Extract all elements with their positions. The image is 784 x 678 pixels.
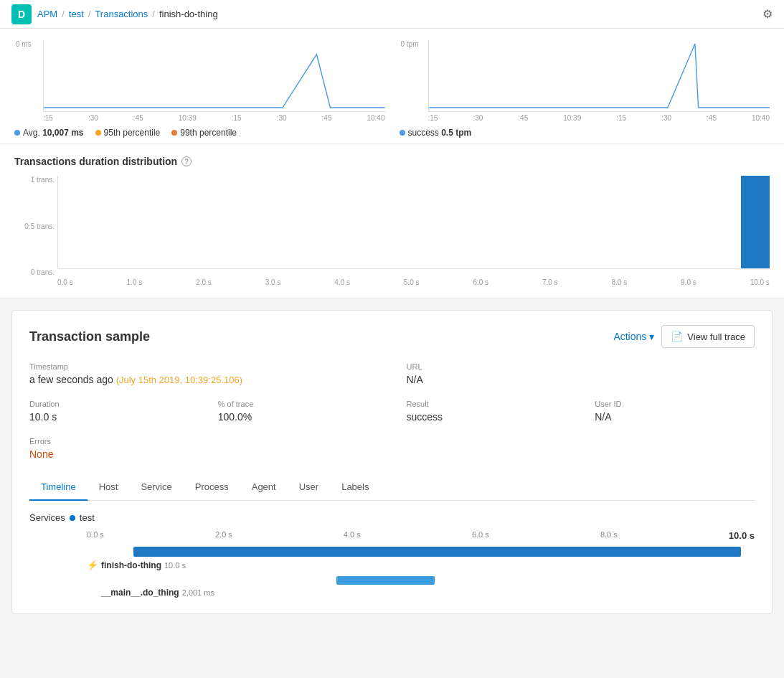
tab-process[interactable]: Process [184,474,240,501]
service-dot [70,515,75,521]
sep2: / [88,9,91,19]
trace-pct-field: % of trace 100.0% [218,400,378,423]
url-field: URL N/A [407,362,755,385]
info-icon[interactable]: ? [181,156,192,166]
span-bar-1 [133,547,741,557]
apm-link[interactable]: APM [37,9,57,19]
timeline-scale: 0.0 s 2.0 s 4.0 s 6.0 s 8.0 s 10.0 s [29,530,755,541]
tab-service[interactable]: Service [129,474,183,501]
legend-95th: 95th percentile [95,128,161,138]
left-chart-y-label: 0 ms [16,40,32,48]
url-label: URL [407,362,755,371]
sample-header: Transaction sample Actions ▾ 📄 View full… [29,325,755,348]
sep3: / [152,9,155,19]
timestamp-detail: (July 15th 2019, 10:39:25.106) [116,375,242,385]
span-name-1: finish-do-thing [101,560,161,570]
services-label: Services [29,512,65,523]
legend-success: success 0.5 tpm [400,128,472,138]
current-page: finish-do-thing [159,9,218,19]
tab-user[interactable]: User [288,474,330,501]
response-time-chart: 0 ms :15 :30 :45 10:39 :15 :30 :45 10:40 [14,40,385,138]
span-bar-2 [336,576,435,585]
bar-chart-y-labels: 1 trans. 0.5 trans. 0 trans. [16,176,55,276]
timestamp-ago: a few seconds ago [29,374,113,385]
span-name-2: __main__.do_thing [101,588,179,598]
span-duration-1: 10.0 s [164,561,186,570]
span-row-2: __main__.do_thing 2,001 ms [29,575,755,599]
throughput-svg [429,40,770,111]
trace-pct-value: 100.0% [218,411,378,423]
success-dot [400,130,405,136]
view-trace-button[interactable]: 📄 View full trace [661,325,755,348]
bar-chart-x-labels: 0.0 s 1.0 s 2.0 s 3.0 s 4.0 s 5.0 s 6.0 … [57,278,770,286]
topbar: D APM / test / Transactions / finish-do-… [0,0,784,29]
right-chart-legend: success 0.5 tpm [400,128,770,138]
errors-value: None [29,448,755,460]
sep1: / [62,9,65,19]
tab-labels[interactable]: Labels [330,474,380,501]
avg-dot [14,130,20,136]
errors-label: Errors [29,437,755,446]
duration-field: Duration 10.0 s [29,400,189,423]
charts-area: 0 ms :15 :30 :45 10:39 :15 :30 :45 10:40 [0,29,784,144]
p95-dot [95,130,101,136]
duration-label: Duration [29,400,189,408]
span-row-1: ⚡ finish-do-thing 10.0 s [29,545,755,572]
distribution-section: Transactions duration distribution ? 1 t… [0,144,784,298]
fields-row-1: Timestamp a few seconds ago (July 15th 2… [29,362,755,385]
span-duration-2: 2,001 ms [182,588,214,597]
sample-actions: Actions ▾ 📄 View full trace [613,325,755,348]
right-chart-y-label: 0 tpm [401,40,419,48]
actions-label: Actions [613,331,646,342]
test-link[interactable]: test [69,9,84,19]
left-chart-legend: Avg. 10,007 ms 95th percentile 99th perc… [14,128,385,138]
breadcrumb: APM / test / Transactions / finish-do-th… [37,9,218,19]
throughput-chart: 0 tpm :15 :30 :45 10:39 :15 :30 :45 10:4… [400,40,770,138]
fields-row-errors: Errors None [29,437,755,460]
span-icon-1: ⚡ [87,560,98,570]
legend-99th: 99th percentile [171,128,237,138]
tab-host[interactable]: Host [88,474,130,501]
right-chart-x-labels: :15 :30 :45 10:39 :15 :30 :45 10:40 [428,114,770,122]
url-value: N/A [407,374,755,385]
bar-chart [57,176,770,269]
tab-agent[interactable]: Agent [240,474,288,501]
actions-button[interactable]: Actions ▾ [613,331,654,342]
result-field: Result success [407,400,567,423]
gear-icon[interactable]: ⚙ [762,8,773,20]
userid-value: N/A [595,411,755,423]
userid-field: User ID N/A [595,400,755,423]
transactions-link[interactable]: Transactions [95,9,148,19]
chevron-down-icon: ▾ [649,331,654,342]
view-trace-label: View full trace [687,331,745,342]
result-label: Result [407,400,567,408]
userid-label: User ID [595,400,755,408]
timestamp-field: Timestamp a few seconds ago (July 15th 2… [29,362,378,385]
sample-title: Transaction sample [29,329,150,344]
p99-dot [171,130,177,136]
result-value: success [407,411,567,423]
errors-field: Errors None [29,437,755,460]
tabs: Timeline Host Service Process Agent User… [29,474,755,501]
service-name: test [80,512,95,523]
response-time-svg [44,40,385,111]
fields-row-2: Duration 10.0 s % of trace 100.0% Result… [29,400,755,423]
transaction-sample-panel: Transaction sample Actions ▾ 📄 View full… [11,310,773,614]
app-icon: D [11,4,32,24]
timestamp-label: Timestamp [29,362,378,371]
legend-avg: Avg. 10,007 ms [14,128,84,138]
services-row: Services test [29,512,755,523]
timestamp-value: a few seconds ago (July 15th 2019, 10:39… [29,374,378,385]
duration-value: 10.0 s [29,411,189,423]
trace-doc-icon: 📄 [671,331,683,342]
left-chart-x-labels: :15 :30 :45 10:39 :15 :30 :45 10:40 [43,114,385,122]
tab-timeline[interactable]: Timeline [29,474,88,501]
trace-pct-label: % of trace [218,400,378,408]
distribution-title: Transactions duration distribution ? [14,156,770,167]
bar-10s [741,176,770,268]
timeline-content: Services test 0.0 s 2.0 s 4.0 s 6.0 s 8.… [29,512,755,599]
